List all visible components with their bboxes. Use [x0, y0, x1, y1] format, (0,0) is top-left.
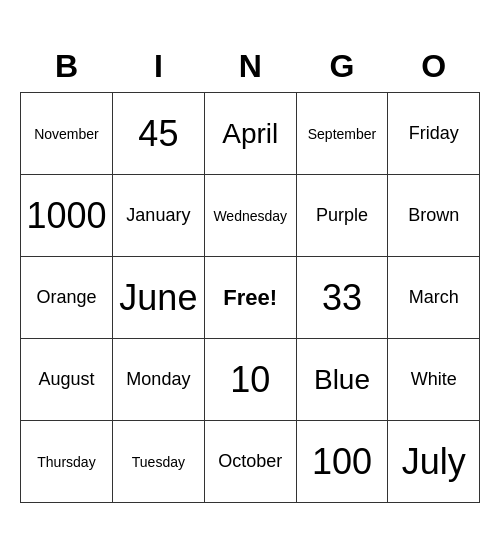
bingo-cell-4-2: October [204, 421, 296, 503]
bingo-cell-3-3: Blue [296, 339, 388, 421]
bingo-row-0: November45AprilSeptemberFriday [21, 93, 480, 175]
bingo-row-3: AugustMonday10BlueWhite [21, 339, 480, 421]
bingo-cell-0-2: April [204, 93, 296, 175]
bingo-cell-4-3: 100 [296, 421, 388, 503]
bingo-cell-2-4: March [388, 257, 480, 339]
bingo-cell-4-0: Thursday [21, 421, 113, 503]
bingo-cell-3-2: 10 [204, 339, 296, 421]
bingo-header-col-b: B [21, 41, 113, 93]
bingo-header-col-n: N [204, 41, 296, 93]
bingo-cell-1-3: Purple [296, 175, 388, 257]
bingo-header-col-o: O [388, 41, 480, 93]
bingo-cell-2-1: June [112, 257, 204, 339]
bingo-cell-0-0: November [21, 93, 113, 175]
bingo-cell-2-2: Free! [204, 257, 296, 339]
bingo-cell-3-1: Monday [112, 339, 204, 421]
bingo-header-col-g: G [296, 41, 388, 93]
bingo-cell-1-1: January [112, 175, 204, 257]
bingo-cell-2-0: Orange [21, 257, 113, 339]
bingo-header-col-i: I [112, 41, 204, 93]
bingo-cell-4-1: Tuesday [112, 421, 204, 503]
bingo-row-2: OrangeJuneFree!33March [21, 257, 480, 339]
bingo-cell-3-4: White [388, 339, 480, 421]
bingo-cell-0-3: September [296, 93, 388, 175]
bingo-cell-4-4: July [388, 421, 480, 503]
bingo-cell-3-0: August [21, 339, 113, 421]
bingo-card: BINGO November45AprilSeptemberFriday1000… [20, 41, 480, 504]
bingo-cell-1-0: 1000 [21, 175, 113, 257]
bingo-cell-1-2: Wednesday [204, 175, 296, 257]
bingo-cell-2-3: 33 [296, 257, 388, 339]
bingo-row-1: 1000JanuaryWednesdayPurpleBrown [21, 175, 480, 257]
bingo-cell-0-4: Friday [388, 93, 480, 175]
bingo-header-row: BINGO [21, 41, 480, 93]
bingo-cell-1-4: Brown [388, 175, 480, 257]
bingo-cell-0-1: 45 [112, 93, 204, 175]
bingo-row-4: ThursdayTuesdayOctober100July [21, 421, 480, 503]
